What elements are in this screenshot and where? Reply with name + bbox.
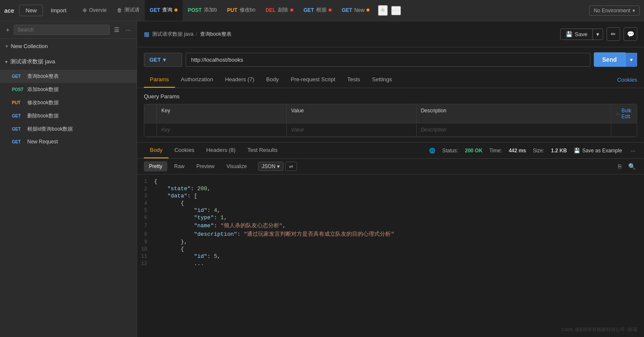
tab-del-delete[interactable]: DEL 副除 (260, 0, 298, 21)
tab-settings[interactable]: Settings (366, 72, 398, 88)
tab-tests[interactable]: Tests (341, 72, 366, 88)
url-bar: GET ▾ Send ▾ (137, 47, 644, 72)
url-input[interactable] (186, 53, 590, 67)
params-table: Key Value Description ··· Bulk Edit Key … (144, 104, 637, 137)
wrap-button[interactable]: ⇌ (285, 162, 297, 171)
status-value: 200 OK (465, 148, 482, 154)
sidebar-more-button[interactable]: ··· (124, 25, 132, 35)
tab-get-new-label: New (354, 7, 364, 13)
import-button[interactable]: Import (46, 5, 71, 16)
code-line-12: 12 ... (137, 260, 644, 267)
response-tabs-bar: Body Cookies Headers (8) Test Results 🌐 … (137, 143, 644, 159)
tabs-more-button[interactable]: ··· (391, 6, 401, 15)
tab-headers[interactable]: Headers (7) (219, 72, 260, 88)
tab-get-root[interactable]: GET 根据 (298, 0, 337, 21)
tab-get-new[interactable]: GET New (337, 0, 375, 21)
method-label: GET (149, 57, 161, 63)
query-params-section: Query Params Key Value Description ··· B… (137, 88, 644, 142)
save-example-button[interactable]: 💾 Save as Example (574, 148, 622, 154)
code-tab-preview[interactable]: Preview (191, 161, 220, 171)
sidebar-item-post-add[interactable]: POST 添加book数据 (0, 83, 137, 96)
request-tabs: Params Authorization Headers (7) Body Pr… (137, 72, 644, 88)
sidebar-item-put-modify[interactable]: PUT 修改book数据 (0, 96, 137, 109)
sidebar-item-new-request[interactable]: GET New Request (0, 136, 137, 148)
code-line-3: 3 "data": [ (137, 192, 644, 200)
line-number: 3 (137, 193, 154, 199)
line-content: ... (154, 260, 644, 267)
sidebar-menu-button[interactable]: + (4, 25, 11, 35)
code-tab-pretty[interactable]: Pretty (144, 161, 167, 171)
line-number: 4 (137, 200, 154, 206)
code-tab-raw[interactable]: Raw (169, 161, 189, 171)
search-button[interactable]: 🔍 (627, 161, 637, 171)
request-header: ▦ 测试请求数据 java / 查询book整表 💾 Save ▾ ✏ 💬 (137, 21, 644, 47)
json-label: JSON (262, 163, 275, 169)
line-number: 1 (137, 179, 154, 185)
size-label: Size: (533, 148, 544, 154)
sidebar-item-label: 添加book数据 (27, 86, 59, 93)
bulk-edit-button[interactable]: ··· Bulk Edit (615, 108, 633, 120)
tab-overview[interactable]: ⊕ Overvie (77, 0, 112, 21)
status-label: Status: (442, 148, 458, 154)
json-format-selector[interactable]: JSON ▾ (258, 162, 283, 171)
send-dropdown-button[interactable]: ▾ (625, 53, 637, 67)
sidebar-item-get-query[interactable]: GET 查询book整表 (0, 70, 137, 83)
row-value[interactable]: Value (287, 123, 417, 136)
row-description[interactable]: Description (417, 123, 611, 136)
method-chevron-icon: ▾ (163, 57, 166, 63)
save-dropdown-button[interactable]: ▾ (592, 29, 603, 40)
line-number: 7 (137, 223, 154, 229)
tab-get-query-label: 查询 (162, 6, 172, 14)
copy-button[interactable]: ⎘ (616, 161, 623, 171)
send-button[interactable]: Send (594, 52, 625, 67)
sidebar-item-get-by-id[interactable]: GET 根据id查询book数据 (0, 123, 137, 136)
tab-post-add[interactable]: POST 添加b (183, 0, 222, 21)
save-button[interactable]: 💾 Save (561, 29, 592, 40)
edit-button[interactable]: ✏ (607, 27, 620, 41)
method-selector[interactable]: GET ▾ (144, 53, 182, 67)
tab-put-modify[interactable]: PUT 修改bo (222, 0, 260, 21)
resp-tab-cookies[interactable]: Cookies (169, 143, 200, 158)
response-section: Body Cookies Headers (8) Test Results 🌐 … (137, 142, 644, 337)
tab-pre-request[interactable]: Pre-request Script (285, 72, 341, 88)
add-tab-button[interactable]: + (378, 5, 388, 16)
sidebar-item-get-delete[interactable]: GET 删除book数据 (0, 109, 137, 123)
tab-authorization[interactable]: Authorization (175, 72, 219, 88)
overview-icon: ⊕ (83, 7, 87, 13)
collection-java[interactable]: ▾ 测试请求数据 java (0, 54, 137, 70)
code-tab-visualize[interactable]: Visualize (221, 161, 252, 171)
tab-test[interactable]: 🗑 测试请 (112, 0, 145, 21)
tab-get-query[interactable]: GET 查询 (145, 0, 183, 21)
resp-tab-test-results[interactable]: Test Results (241, 143, 283, 158)
line-number: 10 (137, 246, 154, 252)
response-more-button[interactable]: ··· (629, 146, 637, 156)
sidebar-search-input[interactable] (14, 25, 110, 35)
new-collection-item[interactable]: + New Collection (0, 39, 137, 54)
row-checkbox[interactable] (144, 123, 157, 136)
globe-icon: 🌐 (429, 148, 435, 154)
line-content: "description": "通过玩家发言判断对方是否具有成立队友的目的心理式… (154, 230, 644, 238)
resp-tab-headers[interactable]: Headers (8) (200, 143, 242, 158)
new-button[interactable]: New (19, 5, 43, 16)
code-line-6: 6 "type": 1, (137, 214, 644, 221)
line-number: 6 (137, 215, 154, 221)
sidebar-filter-button[interactable]: ☰ (112, 25, 121, 35)
comment-button[interactable]: 💬 (624, 27, 637, 41)
tab-body[interactable]: Body (260, 72, 285, 88)
tab-post-label: 添加b (204, 6, 217, 14)
new-collection-label: New Collection (11, 43, 48, 49)
tab-params[interactable]: Params (144, 72, 175, 88)
time-label: Time: (489, 148, 502, 154)
code-line-9: 9 }, (137, 238, 644, 246)
sidebar-header: + ☰ ··· (0, 21, 137, 39)
line-content: "id": 5, (154, 253, 644, 260)
method-badge-post: POST (12, 87, 25, 92)
tab-method-get2: GET (303, 7, 314, 13)
row-key[interactable]: Key (157, 123, 287, 136)
breadcrumb-collection: 测试请求数据 java (152, 31, 193, 38)
tab-put-label: 修改bo (240, 6, 255, 14)
resp-tab-body[interactable]: Body (144, 143, 169, 158)
cookies-link[interactable]: Cookies (617, 77, 637, 83)
line-number: 9 (137, 239, 154, 245)
environment-selector[interactable]: No Environment ▾ (589, 6, 640, 16)
